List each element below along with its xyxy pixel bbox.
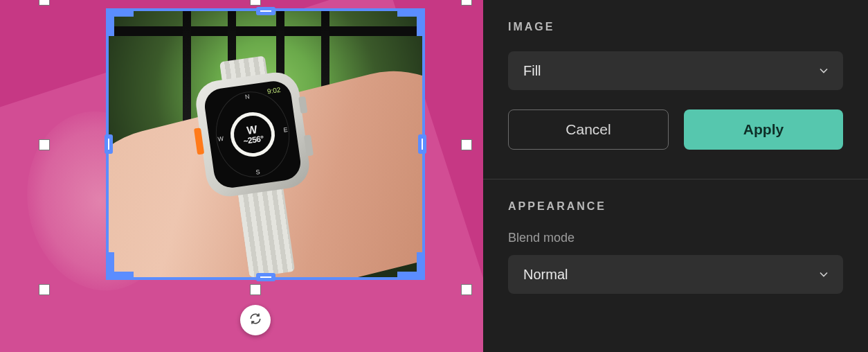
- blend-mode-label: Blend mode: [508, 231, 843, 245]
- cancel-button-label: Cancel: [566, 121, 611, 138]
- section-divider: [483, 179, 868, 179]
- crop-corner-br[interactable]: [397, 252, 425, 280]
- blend-mode-value: Normal: [523, 267, 568, 283]
- refresh-icon: [248, 312, 262, 328]
- image-section-title: IMAGE: [508, 21, 843, 33]
- properties-panel: IMAGE Fill Cancel Apply APPEARANCE Blend…: [483, 0, 868, 352]
- resize-handle-ml[interactable]: [39, 139, 50, 150]
- crop-edge-left[interactable]: [105, 134, 113, 154]
- crop-rectangle[interactable]: [106, 8, 425, 280]
- crop-corner-tl[interactable]: [106, 8, 134, 36]
- apply-button-label: Apply: [743, 121, 784, 138]
- crop-corner-tr[interactable]: [397, 8, 425, 36]
- resize-handle-mt[interactable]: [250, 0, 261, 6]
- resize-handle-mb[interactable]: [250, 284, 261, 295]
- image-action-row: Cancel Apply: [508, 109, 843, 150]
- crop-edge-top[interactable]: [256, 7, 275, 15]
- resize-handle-mr[interactable]: [461, 139, 472, 150]
- crop-edge-bottom[interactable]: [256, 273, 275, 281]
- fill-mode-select[interactable]: Fill: [508, 51, 843, 90]
- cancel-button[interactable]: Cancel: [508, 109, 669, 150]
- reset-crop-button[interactable]: [240, 305, 271, 335]
- fill-mode-value: Fill: [523, 63, 541, 79]
- crop-edge-right[interactable]: [418, 134, 426, 154]
- crop-corner-bl[interactable]: [106, 252, 134, 280]
- appearance-section-title: APPEARANCE: [508, 200, 843, 213]
- chevron-down-icon: [817, 64, 831, 78]
- resize-handle-tl[interactable]: [39, 0, 50, 6]
- resize-handle-tr[interactable]: [461, 0, 472, 6]
- chevron-down-icon: [817, 267, 831, 281]
- blend-mode-select[interactable]: Normal: [508, 255, 843, 294]
- apply-button[interactable]: Apply: [684, 109, 843, 150]
- resize-handle-br[interactable]: [461, 284, 472, 295]
- resize-handle-bl[interactable]: [39, 284, 50, 295]
- editor-canvas[interactable]: 9:02 N S E W W ~256°: [0, 0, 483, 352]
